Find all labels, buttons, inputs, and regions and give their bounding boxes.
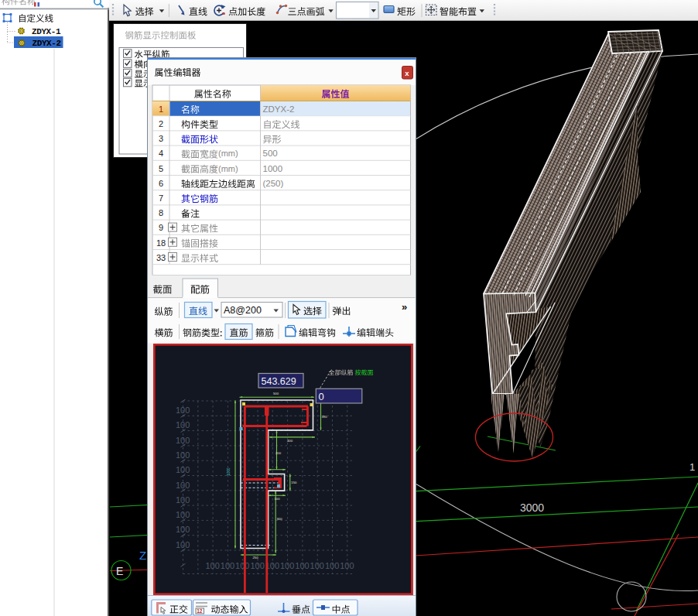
svg-text:100: 100 [235,561,249,570]
svg-text:150: 150 [291,481,297,484]
svg-text:200: 200 [275,451,282,455]
svg-text:100: 100 [176,450,190,459]
svg-text:100: 100 [340,561,354,570]
svg-text:1: 1 [689,461,695,473]
svg-text:18: 18 [156,238,166,248]
svg-text:300: 300 [277,517,283,521]
svg-text:3: 3 [159,134,163,143]
svg-text:6: 6 [159,179,163,188]
svg-text:ZDYX-2: ZDYX-2 [33,39,61,48]
svg-text:A8@200: A8@200 [224,305,262,316]
svg-text:390: 390 [322,414,328,418]
svg-text:E: E [116,565,123,577]
svg-text:100: 100 [176,539,190,549]
svg-text:100: 100 [176,480,190,489]
svg-text:Z: Z [139,549,146,562]
svg-text:3000: 3000 [520,501,544,514]
svg-text:(mm): (mm) [218,164,238,173]
svg-text:100: 100 [176,510,190,519]
svg-text:100: 100 [206,561,220,570]
svg-text:250: 250 [253,555,259,559]
svg-text:100: 100 [176,435,190,444]
svg-text:12: 12 [197,608,203,614]
svg-text:100: 100 [295,561,309,570]
svg-text:(250): (250) [263,179,284,188]
svg-text:ZDYX-2: ZDYX-2 [263,104,295,114]
svg-text:500: 500 [263,149,278,158]
svg-text:100: 100 [176,525,190,534]
svg-text:9: 9 [159,223,163,232]
svg-text:100: 100 [310,561,324,570]
svg-text:2: 2 [159,119,163,128]
svg-text:1000: 1000 [263,164,283,173]
svg-text:»: » [402,301,407,313]
svg-text:400: 400 [287,439,293,443]
svg-text:100: 100 [221,561,234,570]
svg-text:100: 100 [250,561,264,570]
svg-text:ZDYX-1: ZDYX-1 [32,27,61,36]
svg-text:1000: 1000 [227,467,231,475]
svg-text:(mm): (mm) [218,149,238,158]
svg-text:1: 1 [159,104,163,114]
svg-text:100: 100 [280,561,294,570]
svg-text:4: 4 [159,149,163,158]
svg-text:500: 500 [273,392,279,395]
svg-text:100: 100 [275,497,281,501]
svg-text:x: x [405,69,409,77]
svg-text:100: 100 [176,406,190,415]
svg-text:100: 100 [325,561,339,570]
svg-text:5: 5 [159,164,163,173]
svg-text:100: 100 [176,420,190,429]
svg-text:7: 7 [159,193,163,203]
svg-text:0: 0 [319,390,324,402]
svg-text:100: 100 [176,495,190,504]
svg-text:8: 8 [159,208,163,217]
svg-text:543.629: 543.629 [262,375,296,386]
svg-text:100: 100 [176,465,190,474]
svg-text:33: 33 [156,253,166,262]
